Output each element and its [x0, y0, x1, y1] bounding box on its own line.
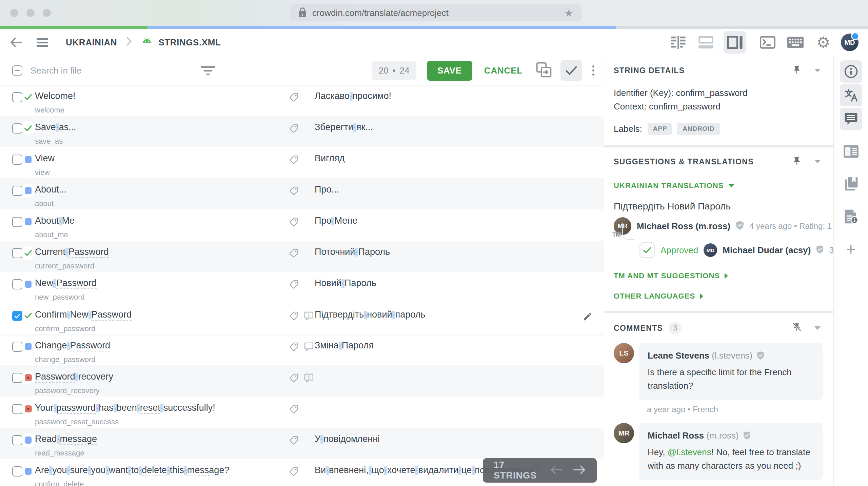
window-minimize-button[interactable]	[26, 9, 35, 17]
context-view-icon[interactable]	[840, 140, 862, 163]
tag-icon	[289, 311, 299, 322]
comment-bubble: Michael Ross (m.ross) Hey, @l.stevens! N…	[639, 423, 823, 480]
table-row[interactable]: Passwordrecovery password_recovery	[0, 365, 604, 397]
comment-author-avatar[interactable]: LS	[614, 343, 634, 363]
comment-icon[interactable]	[304, 342, 314, 353]
table-row[interactable]: ChangePassword change_password ЗмінаПаро…	[0, 334, 604, 365]
filter-icon[interactable]	[201, 66, 215, 75]
translations-icon[interactable]	[840, 84, 862, 106]
comment-author-username: (m.ross)	[706, 430, 738, 441]
search-input[interactable]	[30, 65, 177, 76]
comment-item: LS Leane Stevens (l.stevens) Is there a …	[614, 343, 823, 414]
keyboard-shortcuts-icon[interactable]	[785, 32, 806, 53]
table-row[interactable]: Yourpasswordhasbeenresetsuccessfully! pa…	[0, 397, 604, 428]
status-icon	[21, 464, 35, 478]
string-key: welcome	[35, 106, 279, 115]
window-close-button[interactable]	[10, 9, 18, 17]
table-row[interactable]: ConfirmNewPassword confirm_password Підт…	[0, 303, 604, 334]
tag-icon	[289, 373, 299, 384]
comments-icon[interactable]	[840, 108, 862, 130]
comment-author-name[interactable]: Leane Stevens	[648, 350, 709, 361]
pin-icon[interactable]	[792, 65, 802, 76]
table-row[interactable]: About... about Про...	[0, 178, 604, 209]
settings-gear-icon[interactable]: ⚙	[813, 32, 833, 53]
issue-icon[interactable]	[304, 311, 314, 322]
more-options-icon[interactable]	[591, 64, 596, 77]
user-avatar[interactable]: MD	[841, 34, 859, 51]
back-button[interactable]	[4, 31, 28, 54]
translation-text: Зберегтияк...	[315, 121, 572, 133]
labels-label: Labels:	[614, 124, 642, 134]
verified-shield-icon	[757, 351, 764, 362]
prev-string-button[interactable]	[550, 465, 563, 476]
space-marker	[355, 248, 358, 257]
chevron-down-icon[interactable]	[814, 160, 821, 163]
tag-icon	[289, 279, 299, 291]
translation-text: ПоточнийПароль	[315, 246, 572, 258]
side-by-side-mode-icon[interactable]	[668, 32, 688, 53]
chevron-down-icon[interactable]	[814, 69, 821, 72]
table-row[interactable]: AboutMe about_me ПроМене	[0, 209, 604, 241]
copy-source-icon[interactable]	[536, 62, 552, 79]
bottom-panel-mode-icon[interactable]	[696, 32, 716, 53]
tag-icon	[289, 466, 299, 478]
verified-shield-icon	[816, 245, 824, 255]
chevron-down-icon	[728, 184, 734, 187]
translation-text: Вигляд	[315, 153, 572, 164]
comment-author-name[interactable]: Michael Ross	[648, 430, 704, 441]
tm-mt-suggestions-link[interactable]: TM AND MT SUGGESTIONS	[614, 271, 823, 280]
bookmark-star-icon[interactable]: ★	[564, 7, 573, 19]
status-icon	[21, 121, 35, 135]
author-name[interactable]: Michael Ross	[637, 221, 693, 231]
save-button[interactable]: SAVE	[427, 61, 472, 81]
table-row[interactable]: Welcome! welcome Ласкавопросимо!	[0, 85, 604, 116]
space-marker	[320, 435, 323, 444]
table-row[interactable]: Readmessage read_message Уповідомленні	[0, 428, 604, 459]
link-label: TM AND MT SUGGESTIONS	[614, 271, 720, 280]
approver-avatar[interactable]: MD	[704, 243, 717, 257]
status-icon	[21, 308, 35, 323]
glossary-icon[interactable]	[840, 173, 862, 195]
ukrainian-translations-toggle[interactable]: UKRAINIAN TRANSLATIONS	[614, 181, 823, 190]
space-marker	[106, 466, 109, 475]
approved-check-icon[interactable]	[639, 242, 655, 258]
side-panel-mode-icon[interactable]	[724, 31, 746, 54]
table-row[interactable]: Saveas... save_as Зберегтияк...	[0, 116, 604, 147]
pin-icon[interactable]	[792, 156, 802, 167]
source-text: AboutMe	[35, 215, 279, 226]
unpin-icon[interactable]	[792, 323, 802, 333]
cancel-button[interactable]: CANCEL	[482, 65, 525, 76]
window-zoom-button[interactable]	[43, 9, 51, 17]
space-marker	[53, 279, 56, 288]
comment-bubble: Leane Stevens (l.stevens) Is there a spe…	[639, 343, 823, 400]
comment-author-avatar[interactable]: MR	[614, 423, 634, 443]
approver-name[interactable]: Michael Dudar	[723, 245, 783, 255]
string-key: confirm_password	[35, 324, 279, 333]
chevron-down-icon[interactable]	[814, 326, 821, 330]
breadcrumb-language[interactable]: UKRAINIAN	[66, 37, 117, 48]
mention-link[interactable]: @l.stevens	[668, 447, 711, 457]
select-all-checkbox[interactable]	[12, 65, 22, 76]
main-menu-button[interactable]	[31, 31, 54, 54]
edit-icon[interactable]	[583, 311, 593, 323]
space-marker	[369, 466, 372, 475]
file-context-icon[interactable]	[840, 205, 862, 228]
space-marker	[65, 248, 68, 257]
suggestion-text[interactable]: Підтвердіть Новий Пароль	[614, 201, 823, 212]
strings-pager-overlay: 17 STRINGS	[483, 458, 597, 483]
table-row[interactable]: CurrentPassword current_password Поточни…	[0, 241, 604, 272]
space-marker	[364, 311, 367, 319]
translation-progress-bar	[0, 26, 868, 29]
console-icon[interactable]	[757, 32, 778, 53]
approve-icon[interactable]	[560, 60, 582, 81]
issue-icon[interactable]	[304, 373, 314, 384]
other-languages-link[interactable]: OTHER LANGUAGES	[614, 292, 823, 301]
table-row[interactable]: View view Вигляд	[0, 147, 604, 178]
add-panel-icon[interactable]: +	[840, 238, 862, 260]
breadcrumb-file[interactable]: STRINGS.XML	[158, 37, 221, 48]
space-marker	[167, 466, 170, 475]
next-string-button[interactable]	[573, 465, 586, 476]
string-info-icon[interactable]	[840, 60, 862, 83]
table-row[interactable]: NewPassword new_password НовийПароль	[0, 272, 604, 303]
address-bar[interactable]: crowdin.com/translate/acmeproject ★	[290, 4, 581, 21]
